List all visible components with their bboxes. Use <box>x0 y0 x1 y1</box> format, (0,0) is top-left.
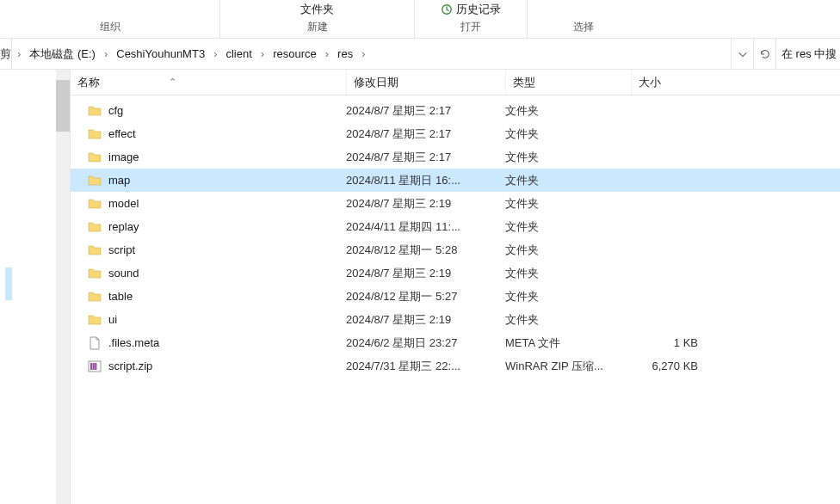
ribbon-group-open: 历史记录 打开 <box>415 0 527 38</box>
file-type: 文件夹 <box>505 266 631 281</box>
file-rows: cfg2024/8/7 星期三 2:17文件夹effect2024/8/7 星期… <box>71 95 840 378</box>
file-row[interactable]: script2024/8/12 星期一 5:28文件夹 <box>71 238 840 261</box>
breadcrumb-segment[interactable]: client <box>220 44 256 64</box>
file-date: 2024/8/7 星期三 2:17 <box>346 126 505 142</box>
file-row[interactable]: ui2024/8/7 星期三 2:19文件夹 <box>71 308 840 331</box>
chevron-right-icon: › <box>360 47 367 60</box>
folder-icon <box>88 290 102 304</box>
file-type: 文件夹 <box>505 289 631 304</box>
file-date: 2024/8/7 星期三 2:17 <box>346 103 505 119</box>
file-row[interactable]: replay2024/4/11 星期四 11:...文件夹 <box>71 215 840 238</box>
file-date: 2024/8/7 星期三 2:19 <box>346 266 505 281</box>
chevron-right-icon: › <box>259 47 266 60</box>
breadcrumb-segment[interactable]: res <box>332 44 358 64</box>
chevron-right-icon: › <box>212 47 219 60</box>
column-header-type[interactable]: 类型 <box>505 70 631 95</box>
file-date: 2024/6/2 星期日 23:27 <box>346 335 505 351</box>
file-row[interactable]: sound2024/8/7 星期三 2:19文件夹 <box>71 261 840 285</box>
file-type: META 文件 <box>505 335 631 351</box>
file-type: 文件夹 <box>505 196 631 212</box>
nav-selected-indicator <box>5 267 12 300</box>
ribbon-group-label: 组织 <box>100 18 120 38</box>
folder-icon <box>88 197 102 211</box>
search-placeholder: 在 res 中搜 <box>781 46 837 62</box>
breadcrumb-segment[interactable]: 本地磁盘 (E:) <box>24 43 101 65</box>
file-list-pane: 名称 ⌃ 修改日期 类型 大小 cfg2024/8/7 星期三 2:17文件夹e… <box>71 70 840 504</box>
file-date: 2024/8/11 星期日 16:... <box>346 173 505 188</box>
file-date: 2024/7/31 星期三 22:... <box>346 359 505 374</box>
file-date: 2024/4/11 星期四 11:... <box>346 219 505 235</box>
file-date: 2024/8/7 星期三 2:19 <box>346 312 505 328</box>
navigation-pane[interactable] <box>0 70 71 504</box>
column-header-size[interactable]: 大小 <box>631 70 705 95</box>
nav-scrollbar[interactable] <box>56 70 70 504</box>
file-size: 6,270 KB <box>631 360 698 372</box>
search-input[interactable]: 在 res 中搜 <box>775 39 840 69</box>
file-name: script.zip <box>108 360 152 372</box>
file-name: map <box>108 174 130 187</box>
file-type: 文件夹 <box>505 173 631 188</box>
file-name: model <box>108 197 139 210</box>
file-row[interactable]: effect2024/8/7 星期三 2:17文件夹 <box>71 122 840 145</box>
file-row[interactable]: model2024/8/7 星期三 2:19文件夹 <box>71 192 840 215</box>
file-name: replay <box>108 220 139 233</box>
ribbon-group-label: 打开 <box>460 18 481 38</box>
folder-icon <box>88 127 102 141</box>
ribbon-item-new-folder[interactable]: 文件夹 <box>300 2 334 17</box>
file-type: 文件夹 <box>505 243 631 258</box>
file-row[interactable]: script.zip2024/7/31 星期三 22:...WinRAR ZIP… <box>71 354 840 378</box>
breadcrumb-segment[interactable]: CeshiYouhunMT3 <box>111 44 210 64</box>
file-name: image <box>108 151 139 163</box>
chevron-right-icon: › <box>324 47 330 60</box>
folder-icon <box>88 220 102 234</box>
file-size: 1 KB <box>631 336 698 349</box>
ribbon-group-select: 选择 <box>528 0 639 38</box>
folder-icon <box>88 243 102 257</box>
ribbon-group-organize: 组织 <box>0 0 219 38</box>
address-bar: 剪 ›本地磁盘 (E:)›CeshiYouhunMT3›client›resou… <box>0 39 840 70</box>
ribbon-group-label: 新建 <box>307 18 328 38</box>
file-type: WinRAR ZIP 压缩... <box>505 359 631 374</box>
file-date: 2024/8/7 星期三 2:17 <box>346 150 505 165</box>
file-name: sound <box>108 267 139 280</box>
chevron-right-icon: › <box>102 47 109 60</box>
breadcrumb[interactable]: ›本地磁盘 (E:)›CeshiYouhunMT3›client›resourc… <box>12 39 731 69</box>
ribbon-group-new: 文件夹 新建 <box>220 0 414 38</box>
file-icon <box>88 336 102 350</box>
ribbon-item-history[interactable]: 历史记录 <box>441 2 501 17</box>
column-header-name[interactable]: 名称 ⌃ <box>71 70 346 95</box>
zip-icon <box>88 360 102 373</box>
file-type: 文件夹 <box>505 312 631 328</box>
sort-indicator-icon: ⌃ <box>169 77 176 88</box>
file-name: cfg <box>108 104 123 117</box>
column-header-date[interactable]: 修改日期 <box>346 70 505 95</box>
file-date: 2024/8/12 星期一 5:28 <box>346 243 505 258</box>
file-date: 2024/8/12 星期一 5:27 <box>346 289 505 304</box>
file-row[interactable]: map2024/8/11 星期日 16:...文件夹 <box>71 169 840 192</box>
file-type: 文件夹 <box>505 150 631 165</box>
folder-icon <box>88 151 102 164</box>
file-type: 文件夹 <box>505 219 631 235</box>
file-name: .files.meta <box>108 336 159 349</box>
nav-scrollbar-thumb[interactable] <box>56 80 70 132</box>
file-date: 2024/8/7 星期三 2:19 <box>346 196 505 212</box>
refresh-icon <box>759 48 771 60</box>
address-dropdown-button[interactable] <box>731 39 753 69</box>
ribbon: 组织 文件夹 新建 历史记录 打开 选择 <box>0 0 840 39</box>
history-icon <box>441 3 453 15</box>
file-name: ui <box>108 313 117 326</box>
column-headers: 名称 ⌃ 修改日期 类型 大小 <box>71 70 840 95</box>
chevron-down-icon <box>737 48 749 60</box>
ribbon-group-label: 选择 <box>573 18 594 38</box>
folder-icon <box>88 313 102 327</box>
file-row[interactable]: table2024/8/12 星期一 5:27文件夹 <box>71 285 840 308</box>
refresh-button[interactable] <box>753 39 775 69</box>
file-type: 文件夹 <box>505 126 631 142</box>
breadcrumb-segment[interactable]: resource <box>268 44 322 64</box>
file-row[interactable]: cfg2024/8/7 星期三 2:17文件夹 <box>71 99 840 122</box>
file-row[interactable]: image2024/8/7 星期三 2:17文件夹 <box>71 145 840 169</box>
file-row[interactable]: .files.meta2024/6/2 星期日 23:27META 文件1 KB <box>71 331 840 354</box>
file-type: 文件夹 <box>505 103 631 119</box>
folder-icon <box>88 267 102 280</box>
folder-icon <box>88 174 102 187</box>
